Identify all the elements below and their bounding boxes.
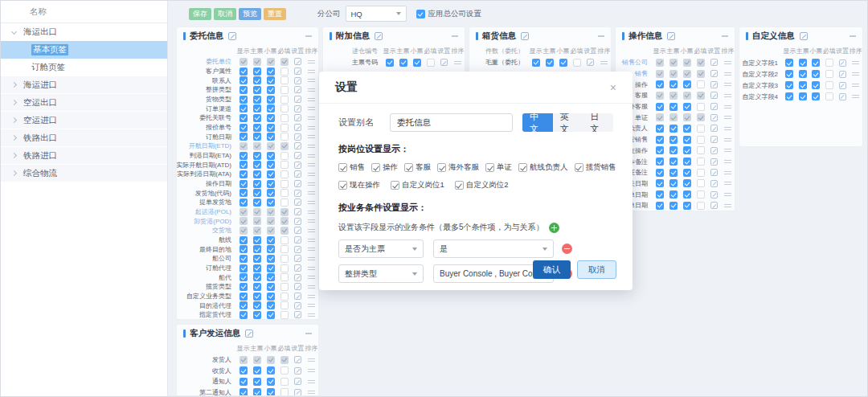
checkbox-checked-icon[interactable] <box>267 161 275 169</box>
checkbox-unchecked-icon[interactable] <box>697 169 705 177</box>
checkbox-unchecked-icon[interactable] <box>280 152 289 160</box>
edit-field-icon[interactable] <box>710 158 718 166</box>
checkbox-checked-icon[interactable] <box>267 264 275 272</box>
branch-select[interactable]: HQ <box>346 6 407 22</box>
sort-handle-icon[interactable] <box>600 61 608 64</box>
edit-field-icon[interactable] <box>294 162 301 169</box>
checkbox-locked-icon[interactable] <box>267 217 275 225</box>
edit-field-icon[interactable] <box>839 93 846 100</box>
checkbox-checked-icon[interactable] <box>656 190 664 198</box>
edit-field-icon[interactable] <box>294 274 301 281</box>
edit-field-icon[interactable] <box>294 283 301 290</box>
edit-panel-icon[interactable] <box>800 32 808 40</box>
checkbox-checked-icon[interactable] <box>669 125 678 133</box>
checkbox-unchecked-icon[interactable] <box>697 80 705 88</box>
checkbox-checked-icon[interactable] <box>253 311 261 319</box>
position-checkbox-销售[interactable]: 销售 <box>338 162 365 173</box>
checkbox-checked-icon[interactable] <box>253 68 261 76</box>
checkbox-locked-icon[interactable] <box>267 142 275 150</box>
checkbox-unchecked-icon[interactable] <box>280 104 289 113</box>
sort-handle-icon[interactable] <box>724 116 731 119</box>
sort-handle-icon[interactable] <box>724 149 731 152</box>
checkbox-unchecked-icon[interactable] <box>280 114 289 122</box>
edit-field-icon[interactable] <box>294 142 301 149</box>
checkbox-locked-icon[interactable] <box>253 142 261 150</box>
checkbox-checked-icon[interactable] <box>253 76 261 84</box>
edit-panel-icon[interactable] <box>375 32 383 40</box>
sort-handle-icon[interactable] <box>724 171 731 174</box>
edit-panel-icon[interactable] <box>245 329 253 338</box>
sort-handle-icon[interactable] <box>852 84 859 87</box>
checkbox-locked-icon[interactable] <box>280 356 289 364</box>
edit-field-icon[interactable] <box>294 180 301 187</box>
checkbox-checked-icon[interactable] <box>240 273 248 281</box>
checkbox-checked-icon[interactable] <box>240 86 248 94</box>
checkbox-checked-icon[interactable] <box>240 96 248 104</box>
position-checkbox-自定义岗位2[interactable]: 自定义岗位2 <box>455 180 509 190</box>
checkbox-checked-icon[interactable] <box>253 96 261 104</box>
checkbox-locked-icon[interactable] <box>683 59 691 67</box>
checkbox-checked-icon[interactable] <box>253 378 261 386</box>
tab-中文[interactable]: 中文 <box>522 113 553 132</box>
sort-handle-icon[interactable] <box>724 94 731 97</box>
checkbox-checked-icon[interactable] <box>240 104 248 113</box>
checkbox-checked-icon[interactable] <box>656 158 664 166</box>
position-checkbox-操作[interactable]: 操作 <box>371 162 398 173</box>
checkbox-checked-icon[interactable] <box>683 179 691 187</box>
checkbox-unchecked-icon[interactable] <box>280 68 289 76</box>
checkbox-locked-icon[interactable] <box>240 227 248 235</box>
checkbox-checked-icon[interactable] <box>799 59 807 67</box>
checkbox-checked-icon[interactable] <box>240 161 248 169</box>
checkbox-unchecked-icon[interactable] <box>825 59 833 67</box>
edit-field-icon[interactable] <box>710 147 718 154</box>
edit-field-icon[interactable] <box>294 208 301 215</box>
sort-handle-icon[interactable] <box>308 60 315 63</box>
condition-field-select[interactable]: 是否为主票 <box>338 239 424 258</box>
checkbox-checked-icon[interactable] <box>253 189 261 197</box>
sort-handle-icon[interactable] <box>308 358 315 362</box>
sort-handle-icon[interactable] <box>308 304 315 307</box>
checkbox-unchecked-icon[interactable] <box>697 146 705 154</box>
checkbox-locked-icon[interactable] <box>697 92 705 100</box>
edit-field-icon[interactable] <box>294 68 301 75</box>
checkbox-checked-icon[interactable] <box>240 293 248 301</box>
checkbox-checked-icon[interactable] <box>240 301 248 309</box>
reset-button[interactable]: 重置 <box>264 8 286 20</box>
checkbox-checked-icon[interactable] <box>253 198 261 207</box>
edit-field-icon[interactable] <box>294 86 301 93</box>
checkbox-checked-icon[interactable] <box>240 170 248 178</box>
checkbox-locked-icon[interactable] <box>697 70 705 78</box>
condition-value-select[interactable]: 是 <box>433 239 554 258</box>
checkbox-checked-icon[interactable] <box>683 146 691 154</box>
checkbox-unchecked-icon[interactable] <box>280 86 289 94</box>
checkbox-locked-icon[interactable] <box>656 70 664 78</box>
checkbox-checked-icon[interactable] <box>240 236 248 244</box>
sidebar-item-基本页签[interactable]: 基本页签 <box>1 41 167 59</box>
checkbox-checked-icon[interactable] <box>267 114 275 122</box>
edit-field-icon[interactable] <box>294 236 301 244</box>
checkbox-locked-icon[interactable] <box>697 113 705 121</box>
checkbox-checked-icon[interactable] <box>240 180 248 188</box>
sort-handle-icon[interactable] <box>308 107 315 110</box>
checkbox-checked-icon[interactable] <box>267 68 275 76</box>
checkbox-checked-icon[interactable] <box>267 236 275 244</box>
checkbox-checked-icon[interactable] <box>253 366 261 374</box>
edit-field-icon[interactable] <box>839 82 846 89</box>
edit-panel-icon[interactable] <box>667 32 675 40</box>
checkbox-checked-icon[interactable] <box>683 202 691 210</box>
checkbox-locked-icon[interactable] <box>280 227 289 235</box>
checkbox-unchecked-icon[interactable] <box>280 264 289 272</box>
sidebar-item-订舱页签[interactable]: 订舱页签 <box>1 59 167 76</box>
edit-field-icon[interactable] <box>294 133 301 141</box>
checkbox-unchecked-icon[interactable] <box>573 59 581 67</box>
sort-handle-icon[interactable] <box>308 117 315 120</box>
checkbox-checked-icon[interactable] <box>683 136 691 144</box>
checkbox-unchecked-icon[interactable] <box>280 170 289 178</box>
checkbox-unchecked-icon[interactable] <box>427 59 435 67</box>
sort-handle-icon[interactable] <box>308 98 315 101</box>
sort-handle-icon[interactable] <box>308 182 315 186</box>
checkbox-unchecked-icon[interactable] <box>280 255 289 263</box>
checkbox-unchecked-icon[interactable] <box>280 189 289 197</box>
position-checkbox-揽货销售[interactable]: 揽货销售 <box>575 162 616 173</box>
checkbox-checked-icon[interactable] <box>240 152 248 160</box>
